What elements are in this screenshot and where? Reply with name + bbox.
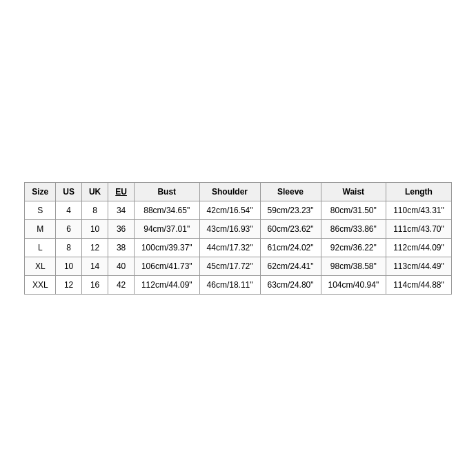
cell-us: 8 xyxy=(56,238,82,257)
header-shoulder: Shoulder xyxy=(199,182,260,201)
cell-size: L xyxy=(25,238,56,257)
cell-eu: 36 xyxy=(108,219,135,238)
cell-length: 114cm/44.88" xyxy=(386,275,452,294)
header-us: US xyxy=(56,182,82,201)
cell-shoulder: 44cm/17.32" xyxy=(199,238,260,257)
header-size: Size xyxy=(25,182,56,201)
cell-size: M xyxy=(25,219,56,238)
cell-sleeve: 59cm/23.23" xyxy=(260,201,321,219)
cell-eu: 38 xyxy=(108,238,135,257)
cell-shoulder: 45cm/17.72" xyxy=(199,257,260,275)
cell-waist: 80cm/31.50" xyxy=(321,201,386,219)
cell-eu: 34 xyxy=(108,201,135,219)
table-row: L81238100cm/39.37"44cm/17.32"61cm/24.02"… xyxy=(25,238,452,257)
cell-sleeve: 60cm/23.62" xyxy=(260,219,321,238)
cell-waist: 98cm/38.58" xyxy=(321,257,386,275)
cell-size: XXL xyxy=(25,275,56,294)
cell-us: 10 xyxy=(56,257,82,275)
header-length: Length xyxy=(386,182,452,201)
cell-waist: 92cm/36.22" xyxy=(321,238,386,257)
cell-length: 110cm/43.31" xyxy=(386,201,452,219)
cell-uk: 16 xyxy=(81,275,108,294)
cell-sleeve: 63cm/24.80" xyxy=(260,275,321,294)
cell-uk: 12 xyxy=(81,238,108,257)
cell-sleeve: 61cm/24.02" xyxy=(260,238,321,257)
size-chart-container: Size US UK EU Bust Shoulder Sleeve Waist… xyxy=(17,175,459,301)
header-eu: EU xyxy=(108,182,135,201)
cell-bust: 94cm/37.01" xyxy=(134,219,199,238)
cell-us: 6 xyxy=(56,219,82,238)
cell-sleeve: 62cm/24.41" xyxy=(260,257,321,275)
cell-shoulder: 42cm/16.54" xyxy=(199,201,260,219)
header-waist: Waist xyxy=(321,182,386,201)
cell-length: 111cm/43.70" xyxy=(386,219,452,238)
cell-uk: 14 xyxy=(81,257,108,275)
cell-uk: 10 xyxy=(81,219,108,238)
cell-size: XL xyxy=(25,257,56,275)
cell-eu: 42 xyxy=(108,275,135,294)
table-row: XL101440106cm/41.73"45cm/17.72"62cm/24.4… xyxy=(25,257,452,275)
table-row: S483488cm/34.65"42cm/16.54"59cm/23.23"80… xyxy=(25,201,452,219)
header-sleeve: Sleeve xyxy=(260,182,321,201)
cell-bust: 106cm/41.73" xyxy=(134,257,199,275)
table-row: M6103694cm/37.01"43cm/16.93"60cm/23.62"8… xyxy=(25,219,452,238)
cell-length: 113cm/44.49" xyxy=(386,257,452,275)
cell-us: 12 xyxy=(56,275,82,294)
cell-shoulder: 43cm/16.93" xyxy=(199,219,260,238)
cell-bust: 100cm/39.37" xyxy=(134,238,199,257)
cell-size: S xyxy=(25,201,56,219)
header-uk: UK xyxy=(81,182,108,201)
header-bust: Bust xyxy=(134,182,199,201)
table-row: XXL121642112cm/44.09"46cm/18.11"63cm/24.… xyxy=(25,275,452,294)
cell-waist: 104cm/40.94" xyxy=(321,275,386,294)
table-header-row: Size US UK EU Bust Shoulder Sleeve Waist… xyxy=(25,182,452,201)
cell-bust: 88cm/34.65" xyxy=(134,201,199,219)
cell-us: 4 xyxy=(56,201,82,219)
size-chart-table: Size US UK EU Bust Shoulder Sleeve Waist… xyxy=(24,182,452,295)
cell-waist: 86cm/33.86" xyxy=(321,219,386,238)
cell-shoulder: 46cm/18.11" xyxy=(199,275,260,294)
cell-uk: 8 xyxy=(81,201,108,219)
cell-length: 112cm/44.09" xyxy=(386,238,452,257)
cell-eu: 40 xyxy=(108,257,135,275)
cell-bust: 112cm/44.09" xyxy=(134,275,199,294)
